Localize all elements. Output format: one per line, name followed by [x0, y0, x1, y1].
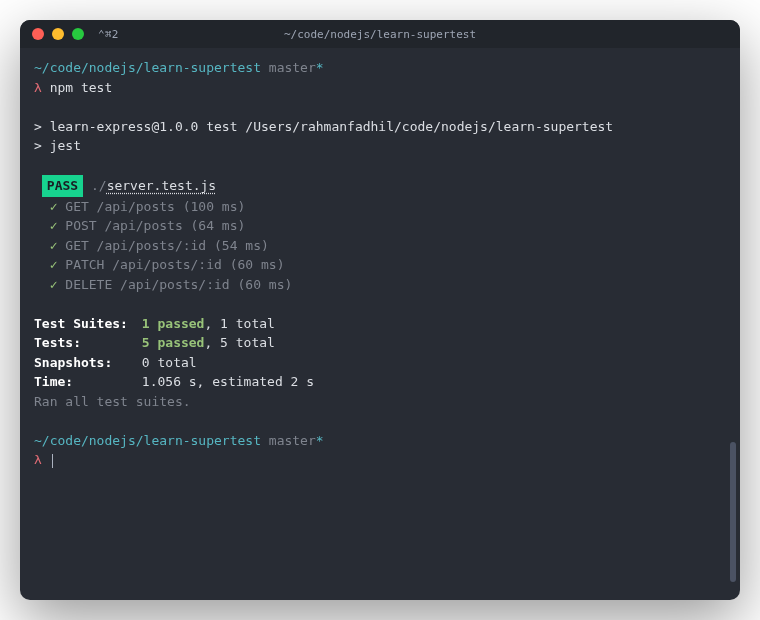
test-row: ✓ PATCH /api/posts/:id (60 ms): [34, 255, 726, 275]
result-header: PASS ./server.test.js: [34, 175, 726, 197]
scrollbar[interactable]: [730, 442, 736, 582]
close-icon[interactable]: [32, 28, 44, 40]
test-time: (64 ms): [191, 218, 246, 233]
summary-snapshots: Snapshots: 0 total: [34, 353, 726, 373]
test-file: server.test.js: [107, 178, 217, 193]
test-row: ✓ GET /api/posts/:id (54 ms): [34, 236, 726, 256]
summary-suites: Test Suites: 1 passed, 1 total: [34, 314, 726, 334]
titlebar-path: ~/code/nodejs/learn-supertest: [284, 28, 476, 41]
titlebar: ⌃⌘2 ~/code/nodejs/learn-supertest: [20, 20, 740, 48]
file-prefix: ./: [91, 178, 107, 193]
command-line: λ npm test: [34, 78, 726, 98]
cursor: [52, 454, 53, 468]
snaps-label: Snapshots:: [34, 353, 134, 373]
test-name: GET /api/posts/:id: [65, 238, 206, 253]
check-icon: ✓: [50, 277, 58, 292]
check-icon: ✓: [50, 218, 58, 233]
suites-total: , 1 total: [204, 316, 274, 331]
prompt-line-2: ~/code/nodejs/learn-supertest master*: [34, 431, 726, 451]
check-icon: ✓: [50, 238, 58, 253]
prompt-cursor: λ: [34, 450, 726, 470]
git-dirty: *: [316, 433, 324, 448]
test-name: POST /api/posts: [65, 218, 182, 233]
titlebar-shortcut: ⌃⌘2: [98, 28, 119, 41]
cwd: ~/code/nodejs/learn-supertest: [34, 60, 261, 75]
suites-passed: 1 passed: [142, 316, 205, 331]
snaps-value: 0 total: [142, 355, 197, 370]
time-label: Time:: [34, 372, 134, 392]
git-branch: master: [269, 433, 316, 448]
time-value: 1.056 s, estimated 2 s: [142, 374, 314, 389]
test-time: (100 ms): [183, 199, 246, 214]
git-branch: master: [269, 60, 316, 75]
command: npm test: [50, 80, 113, 95]
prompt-line: ~/code/nodejs/learn-supertest master*: [34, 58, 726, 78]
test-name: PATCH /api/posts/:id: [65, 257, 222, 272]
terminal-body[interactable]: ~/code/nodejs/learn-supertest master* λ …: [20, 48, 740, 600]
cwd: ~/code/nodejs/learn-supertest: [34, 433, 261, 448]
prompt-symbol: λ: [34, 80, 42, 95]
test-name: GET /api/posts: [65, 199, 175, 214]
test-time: (60 ms): [238, 277, 293, 292]
test-name: DELETE /api/posts/:id: [65, 277, 229, 292]
check-icon: ✓: [50, 199, 58, 214]
output-line-1: > learn-express@1.0.0 test /Users/rahman…: [34, 117, 726, 137]
summary-time: Time: 1.056 s, estimated 2 s: [34, 372, 726, 392]
check-icon: ✓: [50, 257, 58, 272]
output-line-2: > jest: [34, 136, 726, 156]
git-dirty: *: [316, 60, 324, 75]
minimize-icon[interactable]: [52, 28, 64, 40]
test-row: ✓ GET /api/posts (100 ms): [34, 197, 726, 217]
tests-passed: 5 passed: [142, 335, 205, 350]
test-row: ✓ DELETE /api/posts/:id (60 ms): [34, 275, 726, 295]
pass-badge: PASS: [42, 175, 83, 197]
summary-footer: Ran all test suites.: [34, 392, 726, 412]
summary-tests: Tests: 5 passed, 5 total: [34, 333, 726, 353]
tests-label: Tests:: [34, 333, 134, 353]
test-time: (54 ms): [214, 238, 269, 253]
terminal-window: ⌃⌘2 ~/code/nodejs/learn-supertest ~/code…: [20, 20, 740, 600]
maximize-icon[interactable]: [72, 28, 84, 40]
prompt-symbol: λ: [34, 452, 42, 467]
test-time: (60 ms): [230, 257, 285, 272]
traffic-lights: [32, 28, 84, 40]
test-row: ✓ POST /api/posts (64 ms): [34, 216, 726, 236]
tests-total: , 5 total: [204, 335, 274, 350]
suites-label: Test Suites:: [34, 314, 134, 334]
